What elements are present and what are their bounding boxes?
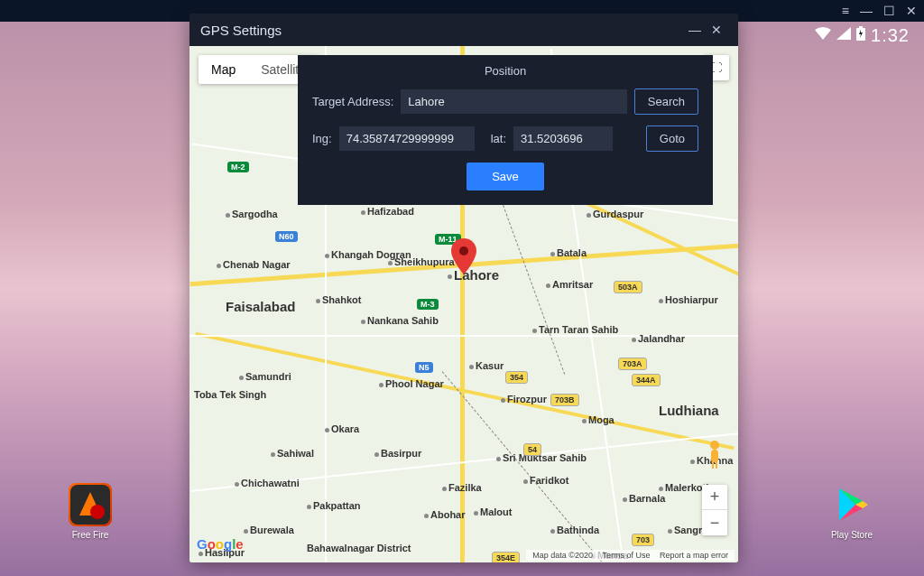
city-bathinda: Bathinda — [550, 525, 599, 535]
target-address-label: Target Address: — [312, 95, 393, 108]
shield-703: 703 — [632, 534, 654, 546]
map-data-text: Map data ©2020 — [532, 551, 593, 560]
google-logo: Google — [197, 535, 249, 557]
shield-354: 354 — [505, 371, 528, 384]
city-hafizabad: Hafizabad — [361, 206, 414, 217]
zoom-in-button[interactable]: + — [702, 485, 727, 510]
city-bahawalnagar: Bahawalnagar District — [307, 543, 411, 553]
city-chichawatni: Chichawatni — [235, 478, 300, 488]
city-faisalabad: Faisalabad — [226, 299, 296, 314]
zoom-controls: + − — [702, 485, 727, 535]
shield-503a: 503A — [614, 281, 642, 293]
svg-rect-7 — [712, 461, 714, 469]
city-kasur: Kasur — [469, 360, 504, 371]
map-pin-icon[interactable] — [451, 238, 476, 278]
tab-map[interactable]: Map — [199, 55, 248, 84]
signal-icon — [836, 27, 851, 43]
goto-button[interactable]: Goto — [646, 125, 698, 152]
city-khangah: Khangah Dogran — [325, 249, 411, 260]
svg-rect-6 — [711, 450, 718, 462]
city-shahkot: Shahkot — [316, 294, 361, 305]
city-barnala: Barnala — [623, 493, 665, 504]
streetview-pegman-icon[interactable] — [704, 440, 725, 472]
window-title: GPS Settings — [200, 23, 684, 38]
shield-354e: 354E — [492, 552, 520, 562]
gps-settings-window: GPS Settings — ✕ Lahore Faisalabad Ludhi… — [189, 14, 738, 562]
city-abohar: Abohar — [424, 509, 466, 520]
city-faridkot: Faridkot — [523, 475, 568, 486]
city-jalandhar: Jalandhar — [632, 333, 685, 344]
map-viewport[interactable]: Lahore Faisalabad Ludhiana Sargodha Hafi… — [189, 46, 738, 562]
freefire-icon-image — [69, 483, 112, 526]
close-icon[interactable]: ✕ — [906, 4, 917, 18]
app-icon-freefire[interactable]: Free Fire — [63, 483, 117, 540]
city-firozpur: Firozpur — [501, 394, 547, 404]
hamburger-icon[interactable]: ≡ — [842, 4, 849, 18]
search-button[interactable]: Search — [634, 88, 698, 115]
minimize-icon[interactable]: — — [860, 4, 873, 18]
maximize-icon[interactable]: ☐ — [883, 4, 895, 18]
city-chenab: Chenab Nagar — [217, 259, 291, 270]
map-attribution: Map data ©2020 Terms of Use Report a map… — [526, 550, 735, 561]
city-burewala: Burewala — [244, 525, 294, 535]
city-samundri: Samundri — [239, 371, 291, 382]
app-label: Free Fire — [63, 530, 117, 540]
terms-link[interactable]: Terms of Use — [602, 551, 650, 560]
position-panel: Position Target Address: Search Ing: lat… — [298, 55, 713, 205]
shield-n60: N60 — [275, 231, 298, 242]
city-phoolnagar: Phool Nagar — [379, 378, 444, 389]
city-tarntaran: Tarn Taran Sahib — [532, 324, 618, 335]
shield-m2: M-2 — [227, 162, 249, 172]
save-button[interactable]: Save — [467, 163, 544, 190]
lng-input[interactable] — [339, 126, 475, 151]
svg-point-3 — [90, 505, 105, 519]
svg-rect-1 — [859, 26, 863, 28]
lat-label: lat: — [491, 132, 506, 145]
city-moga: Moga — [582, 414, 614, 425]
shield-54: 54 — [523, 443, 541, 456]
city-sargodha: Sargodha — [226, 209, 278, 219]
svg-rect-8 — [716, 461, 717, 469]
lat-input[interactable] — [513, 126, 613, 151]
shield-703a: 703A — [618, 358, 647, 370]
city-batala: Batala — [550, 247, 587, 258]
window-minimize-icon[interactable]: — — [684, 23, 706, 37]
android-statusbar: 1:32 — [815, 22, 924, 49]
svg-point-5 — [710, 441, 719, 450]
city-hoshiarpur: Hoshiarpur — [659, 294, 718, 305]
city-tobatek: Toba Tek Singh — [194, 389, 266, 400]
app-label: Play Store — [825, 530, 879, 540]
gps-window-titlebar[interactable]: GPS Settings — ✕ — [189, 14, 738, 46]
city-amritsar: Amritsar — [546, 279, 593, 290]
clock-time: 1:32 — [871, 25, 910, 46]
city-ludhiana: Ludhiana — [659, 403, 719, 418]
lng-label: Ing: — [312, 132, 332, 145]
target-address-input[interactable] — [401, 89, 626, 114]
window-close-icon[interactable]: ✕ — [706, 23, 727, 37]
shield-m3: M-3 — [417, 299, 439, 310]
panel-title: Position — [312, 64, 698, 78]
city-fazilka: Fazilka — [442, 482, 482, 493]
city-basirpur: Basirpur — [374, 448, 421, 459]
city-pakpattan: Pakpattan — [307, 500, 361, 511]
city-malout: Malout — [474, 506, 512, 517]
zoom-out-button[interactable]: − — [702, 510, 727, 535]
city-sahiwal: Sahiwal — [271, 448, 314, 459]
battery-icon — [856, 26, 865, 44]
app-icon-playstore[interactable]: Play Store — [825, 483, 879, 540]
svg-text:Google: Google — [197, 536, 244, 552]
city-muktsar: Sri Muktsar Sahib — [496, 452, 587, 463]
shield-344a: 344A — [632, 374, 661, 386]
city-gurdaspur: Gurdaspur — [587, 209, 643, 219]
city-nankana: Nankana Sahib — [361, 315, 439, 326]
shield-n5: N5 — [415, 362, 433, 373]
shield-703b: 703B — [550, 394, 579, 406]
wifi-icon — [815, 27, 831, 43]
report-error-link[interactable]: Report a map error — [660, 551, 728, 560]
city-okara: Okara — [325, 423, 359, 434]
playstore-icon-image — [830, 483, 873, 526]
svg-point-4 — [459, 246, 468, 255]
